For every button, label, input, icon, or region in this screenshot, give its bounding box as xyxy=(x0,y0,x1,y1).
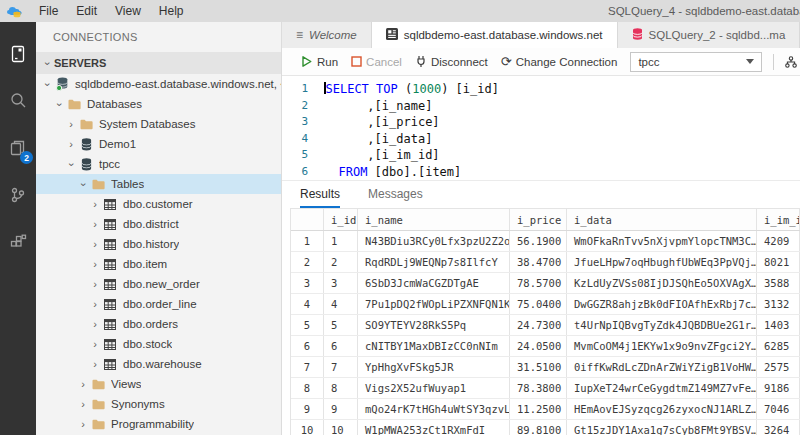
grid-cell[interactable]: 2575 xyxy=(757,357,800,377)
tree-item-databases[interactable]: ›Databases xyxy=(36,94,281,114)
grid-cell[interactable]: 78.5700 xyxy=(510,273,567,293)
grid-cell[interactable]: 75.0400 xyxy=(510,294,567,314)
grid-cell[interactable]: t4UrNpIQBvgTyZdk4JQBDBUe2G1r… xyxy=(567,315,757,335)
tree-item-dbo-warehouse[interactable]: ›dbo.warehouse xyxy=(36,354,281,374)
menu-edit[interactable]: Edit xyxy=(67,4,106,18)
grid-cell[interactable]: 9 xyxy=(324,399,358,419)
grid-cell[interactable]: 1403 xyxy=(757,315,800,335)
tree-item-dbo-district[interactable]: ›dbo.district xyxy=(36,214,281,234)
grid-cell[interactable]: 56.1900 xyxy=(510,231,567,251)
tree-item-demo1[interactable]: ›Demo1 xyxy=(36,134,281,154)
table-row[interactable]: 88Vigs2X52ufWuyap178.3800IupXeT24wrCeGyg… xyxy=(291,378,800,399)
servers-section-header[interactable]: › SERVERS xyxy=(36,52,281,74)
grid-cell[interactable]: W1pMWA253zCt1RXmFdI xyxy=(358,420,510,435)
grid-cell[interactable]: cNITBY1MaxDBIzCC0nNIm xyxy=(358,336,510,356)
grid-cell[interactable]: 4 xyxy=(324,294,358,314)
table-row[interactable]: 11N43BDiu3RCy0Lfx3pzU2Z2oz56.1900WmOFkaR… xyxy=(291,231,800,252)
tree-item-sqldbdemo-east-database-windows-net-de[interactable]: ›sqldbdemo-east.database.windows.net, <d… xyxy=(36,74,281,94)
tab-welcome[interactable]: ≡Welcome xyxy=(282,22,372,48)
table-row[interactable]: 77YpHhgXvFSkg5JR31.51000iffKwRdLcZDnArZW… xyxy=(291,357,800,378)
explain-button[interactable]: Explain xyxy=(785,56,800,68)
grid-cell[interactable]: 9186 xyxy=(757,378,800,398)
tree-item-synonyms[interactable]: ›Synonyms xyxy=(36,394,281,414)
grid-cell[interactable]: 0iffKwRdLcZDnArZWiYZigB1VoHW… xyxy=(567,357,757,377)
database-dropdown[interactable]: tpcc xyxy=(630,52,762,72)
grid-cell[interactable]: 89.8100 xyxy=(510,420,567,435)
tree-item-system-databases[interactable]: ›System Databases xyxy=(36,114,281,134)
grid-cell[interactable]: 6SbD3JcmWaCGZDTgAE xyxy=(358,273,510,293)
grid-cell[interactable]: mQo24rK7tHGh4uWtSY3qzvL xyxy=(358,399,510,419)
search-icon[interactable] xyxy=(0,77,36,124)
grid-cell[interactable]: RqdRDLj9WEQNp7s8IlfcY xyxy=(358,252,510,272)
menu-file[interactable]: File xyxy=(30,4,67,18)
column-header-i-data[interactable]: i_data xyxy=(567,209,757,230)
disconnect-button[interactable]: Disconnect xyxy=(415,55,488,68)
connections-icon[interactable] xyxy=(0,30,36,77)
grid-cell[interactable]: 3132 xyxy=(757,294,800,314)
grid-cell[interactable]: DwGGZR8ahjzBk0dFIOAfhExRbj7c… xyxy=(567,294,757,314)
grid-cell[interactable]: Gt15zJDY1Axa1g7sCyb8FMt9YBSV… xyxy=(567,420,757,435)
tree-item-programmability[interactable]: ›Programmability xyxy=(36,414,281,434)
sql-editor[interactable]: 1SELECT TOP (1000) [i_id]2 ,[i_name]3 ,[… xyxy=(282,76,800,180)
tab-messages[interactable]: Messages xyxy=(368,187,423,208)
table-row[interactable]: 66cNITBY1MaxDBIzCC0nNIm24.0500MvmCoOM4j1… xyxy=(291,336,800,357)
grid-cell[interactable]: 78.3800 xyxy=(510,378,567,398)
grid-cell[interactable]: 31.5100 xyxy=(510,357,567,377)
tree-item-dbo-orders[interactable]: ›dbo.orders xyxy=(36,314,281,334)
cancel-button[interactable]: Cancel xyxy=(351,56,402,68)
grid-cell[interactable]: 4209 xyxy=(757,231,800,251)
grid-cell[interactable]: 3 xyxy=(324,273,358,293)
extensions-icon[interactable] xyxy=(0,218,36,265)
run-button[interactable]: Run xyxy=(300,55,338,68)
grid-cell[interactable]: MvmCoOM4j1EKYw1x9o9nvZFgci2Y… xyxy=(567,336,757,356)
grid-cell[interactable]: KzLdUyZVSs08IjDJSQhEo5OXVAgX… xyxy=(567,273,757,293)
grid-cell[interactable]: JfueLHpw7oqHbughfUbWEq3PpVQj… xyxy=(567,252,757,272)
table-row[interactable]: 55SO9YTEYV28RkS5Pq24.7300t4UrNpIQBvgTyZd… xyxy=(291,315,800,336)
column-header-i-id[interactable]: i_id xyxy=(324,209,358,230)
grid-cell[interactable]: SO9YTEYV28RkS5Pq xyxy=(358,315,510,335)
tree-item-tpcc[interactable]: ›tpcc xyxy=(36,154,281,174)
tab-results[interactable]: Results xyxy=(300,187,340,208)
menu-help[interactable]: Help xyxy=(150,4,193,18)
grid-cell[interactable]: 24.7300 xyxy=(510,315,567,335)
tab-sqlquery-2-sqldbd-ma[interactable]: SQLQuery_2 - sqldbd...ma xyxy=(618,22,800,48)
grid-cell[interactable]: IupXeT24wrCeGygdtmZ149MZ7vFe… xyxy=(567,378,757,398)
grid-cell[interactable]: 7 xyxy=(324,357,358,377)
column-header-i-name[interactable]: i_name xyxy=(358,209,510,230)
grid-cell[interactable]: Vigs2X52ufWuyap1 xyxy=(358,378,510,398)
tree-item-dbo-stock[interactable]: ›dbo.stock xyxy=(36,334,281,354)
table-row[interactable]: 1010W1pMWA253zCt1RXmFdI89.8100Gt15zJDY1A… xyxy=(291,420,800,435)
grid-cell[interactable]: N43BDiu3RCy0Lfx3pzU2Z2oz xyxy=(358,231,510,251)
tree-item-dbo-item[interactable]: ›dbo.item xyxy=(36,254,281,274)
change-connection-button[interactable]: ⟳ Change Connection xyxy=(501,55,618,68)
grid-cell[interactable]: WmOFkaRnTvv5nXjvpmYlopcTNM3C… xyxy=(567,231,757,251)
table-row[interactable]: 22RqdRDLj9WEQNp7s8IlfcY38.4700JfueLHpw7o… xyxy=(291,252,800,273)
tree-item-views[interactable]: ›Views xyxy=(36,374,281,394)
grid-cell[interactable]: 6 xyxy=(324,336,358,356)
table-row[interactable]: 99mQo24rK7tHGh4uWtSY3qzvL11.2500HEmAovEJ… xyxy=(291,399,800,420)
grid-cell[interactable]: 3588 xyxy=(757,273,800,293)
grid-cell[interactable]: YpHhgXvFSkg5JR xyxy=(358,357,510,377)
grid-cell[interactable]: 6285 xyxy=(757,336,800,356)
grid-cell[interactable]: 7Pu1pDQ2fWOpLiPZXNFQN1K xyxy=(358,294,510,314)
grid-cell[interactable]: 8 xyxy=(324,378,358,398)
grid-cell[interactable]: 10 xyxy=(324,420,358,435)
tree-item-dbo-customer[interactable]: ›dbo.customer xyxy=(36,194,281,214)
tree-item-dbo-new-order[interactable]: ›dbo.new_order xyxy=(36,274,281,294)
grid-cell[interactable]: 38.4700 xyxy=(510,252,567,272)
grid-cell[interactable]: 3264 xyxy=(757,420,800,435)
tree-item-tables[interactable]: ›Tables xyxy=(36,174,281,194)
grid-cell[interactable]: 2 xyxy=(324,252,358,272)
tree-item-dbo-order-line[interactable]: ›dbo.order_line xyxy=(36,294,281,314)
grid-cell[interactable]: 8021 xyxy=(757,252,800,272)
source-control-icon[interactable] xyxy=(0,171,36,218)
tab-sqldbdemo-east-database-windows-net[interactable]: sqldbdemo-east.database.windows.net xyxy=(372,22,618,48)
notebooks-icon[interactable]: 2 xyxy=(0,124,36,171)
grid-cell[interactable]: 11.2500 xyxy=(510,399,567,419)
grid-cell[interactable]: 1 xyxy=(324,231,358,251)
column-header-i-price[interactable]: i_price xyxy=(510,209,567,230)
grid-cell[interactable]: 5 xyxy=(324,315,358,335)
menu-view[interactable]: View xyxy=(106,4,150,18)
tree-item-dbo-history[interactable]: ›dbo.history xyxy=(36,234,281,254)
grid-cell[interactable]: HEmAovEJSyzqcg26zyxocNJ1ARLZ… xyxy=(567,399,757,419)
